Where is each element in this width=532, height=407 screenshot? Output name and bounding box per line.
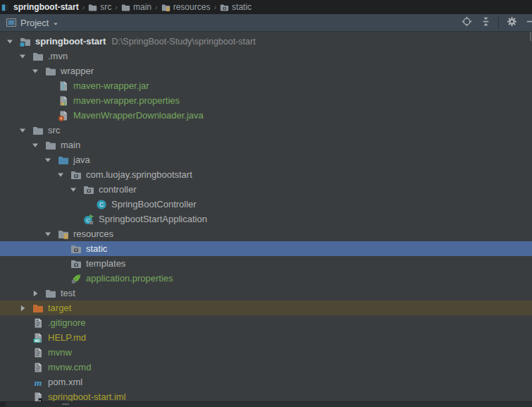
text-file-icon	[32, 347, 44, 358]
arrow-spacer	[18, 334, 27, 342]
tree-row[interactable]: CSpringbootStartApplication	[0, 212, 532, 226]
tree-row[interactable]: java	[0, 152, 532, 167]
tree-item-label: SpringBootController	[111, 197, 197, 212]
tree-row[interactable]: main	[0, 138, 532, 152]
tree-row[interactable]: controller	[0, 182, 532, 197]
collapse-arrow-icon[interactable]	[18, 52, 27, 61]
breadcrumb-item[interactable]: resources	[161, 0, 211, 14]
tree-row[interactable]: mpom.xml	[0, 375, 532, 389]
text-file-icon	[32, 362, 44, 373]
folder-icon	[45, 288, 56, 299]
collapse-arrow-icon[interactable]	[31, 67, 39, 75]
tree-row[interactable]: templates	[0, 256, 532, 271]
tree-row[interactable]: static	[0, 241, 532, 256]
folder-icon	[32, 51, 44, 62]
folder-icon	[88, 3, 97, 12]
breadcrumb-item[interactable]: springboot-start	[1, 0, 80, 14]
tree-row[interactable]: mvnw	[0, 345, 532, 360]
folder-icon	[121, 3, 130, 12]
breadcrumb-item[interactable]: static	[219, 0, 252, 14]
collapse-arrow-icon[interactable]	[6, 37, 14, 46]
arrow-spacer	[18, 319, 27, 327]
vertical-scrollbar-thumb[interactable]	[530, 32, 531, 41]
breadcrumb-separator: ›	[82, 3, 85, 11]
tree-item-label: springboot-start	[35, 34, 106, 49]
iml-file-icon	[32, 391, 44, 402]
tree-row[interactable]: test	[0, 286, 532, 300]
arrow-spacer	[56, 274, 65, 283]
tree-row[interactable]: mvnw.cmd	[0, 360, 532, 375]
tree-row[interactable]: resources	[0, 226, 532, 241]
svg-text:MD: MD	[35, 339, 40, 342]
arrow-spacer	[18, 378, 27, 387]
settings-gear-button[interactable]	[505, 16, 518, 29]
tree-row[interactable]: wrapper	[0, 63, 532, 78]
tree-row[interactable]: application.properties	[0, 271, 532, 286]
svg-text:C: C	[99, 201, 104, 208]
bottom-edge	[0, 401, 532, 407]
markdown-file-icon: MD	[32, 332, 44, 344]
collapse-arrow-icon[interactable]	[44, 156, 52, 164]
expand-arrow-icon[interactable]	[18, 304, 27, 312]
locate-button[interactable]	[460, 16, 473, 29]
tree-row[interactable]: MavenWrapperDownloader.java	[0, 108, 532, 123]
tree-item-label: resources	[73, 226, 113, 241]
tree-row[interactable]: maven-wrapper.properties	[0, 93, 532, 108]
tree-row[interactable]: .mvn	[0, 49, 532, 63]
springboot-class-icon: C	[83, 214, 94, 225]
toolbar-separator	[498, 17, 499, 29]
tree-item-label: mvnw.cmd	[48, 360, 91, 375]
collapse-arrow-icon[interactable]	[18, 126, 27, 135]
tree-row[interactable]: target	[0, 300, 532, 315]
tree-item-label: main	[61, 138, 80, 152]
breadcrumb-item[interactable]: src	[87, 0, 112, 14]
settings-gear-icon	[507, 16, 517, 29]
spring-properties-icon	[70, 273, 82, 284]
tree-item-label: mvnw	[48, 345, 72, 360]
tree-item-label: com.luojay.springbootstart	[86, 167, 192, 182]
tree-row[interactable]: .gitignore	[0, 315, 532, 330]
tree-item-label: static	[86, 241, 107, 256]
arrow-spacer	[56, 245, 65, 253]
chevron-down-icon	[52, 19, 59, 26]
arrow-spacer	[44, 82, 52, 90]
expand-arrow-icon[interactable]	[31, 289, 39, 298]
hide-button[interactable]	[524, 16, 532, 29]
collapse-arrow-icon[interactable]	[56, 171, 65, 179]
tree-item-label: wrapper	[61, 63, 94, 78]
tree-row[interactable]: springboot-startD:\SpringBoot-Study\spri…	[0, 34, 532, 49]
toolbar-actions	[460, 16, 532, 29]
collapse-all-button[interactable]	[479, 16, 492, 29]
hide-icon	[526, 16, 532, 29]
tree-item-label: maven-wrapper.jar	[73, 78, 149, 93]
package-folder-icon	[70, 258, 82, 269]
collapse-arrow-icon[interactable]	[69, 186, 78, 194]
tree-item-label: application.properties	[86, 271, 173, 286]
tree-item-label: maven-wrapper.properties	[73, 93, 180, 108]
project-view-selector[interactable]: Project	[6, 17, 59, 28]
tree-row[interactable]: CSpringBootController	[0, 197, 532, 212]
tree-item-label: HELP.md	[48, 330, 86, 345]
horizontal-scrollbar-thumb[interactable]	[62, 403, 69, 405]
resources-folder-icon	[58, 229, 69, 240]
tree-row[interactable]: src	[0, 123, 532, 138]
tree-row[interactable]: com.luojay.springbootstart	[0, 167, 532, 182]
tree-row[interactable]: maven-wrapper.jar	[0, 78, 532, 93]
arrow-spacer	[44, 97, 52, 105]
breadcrumb-label: main	[133, 0, 151, 14]
arrow-spacer	[18, 348, 27, 357]
tree-row[interactable]: MDHELP.md	[0, 330, 532, 345]
tree-row[interactable]: springboot-start.iml	[0, 389, 532, 401]
project-root-folder-icon	[20, 36, 31, 47]
collapse-arrow-icon[interactable]	[31, 141, 39, 150]
source-root-folder-icon	[58, 154, 69, 166]
collapse-arrow-icon[interactable]	[44, 230, 52, 238]
tree-item-label: SpringbootStartApplication	[99, 212, 207, 226]
class-icon: C	[96, 199, 107, 210]
project-path-annotation: D:\SpringBoot-Study\springboot-start	[111, 37, 255, 47]
tree-item-label: pom.xml	[48, 375, 82, 389]
properties-file-icon	[58, 95, 69, 107]
tree-item-label: src	[48, 123, 60, 138]
arrow-spacer	[18, 393, 27, 401]
breadcrumb-item[interactable]: main	[120, 0, 152, 14]
